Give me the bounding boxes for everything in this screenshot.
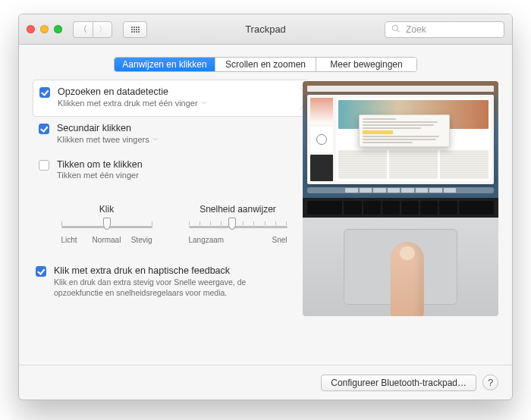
slider-click: Klik Licht Normaal Stevig bbox=[51, 204, 162, 244]
slider-caption: Snelheid aanwijzer bbox=[200, 204, 276, 215]
option-tap-to-click[interactable]: Tikken om te klikken Tikken met één ving… bbox=[33, 153, 294, 189]
configure-bluetooth-button[interactable]: Configureer Bluetooth-trackpad… bbox=[321, 375, 476, 391]
slider-label: Langzaam bbox=[189, 236, 225, 244]
minimize-icon[interactable] bbox=[40, 25, 49, 33]
zoom-icon[interactable] bbox=[54, 25, 62, 33]
slider-knob[interactable] bbox=[103, 218, 111, 230]
tab-label: Meer bewegingen bbox=[330, 59, 402, 70]
option-title: Klik met extra druk en haptische feedbac… bbox=[54, 265, 266, 276]
option-subtitle[interactable]: Klikken met extra druk met één vinger ﹀ bbox=[58, 99, 207, 109]
option-subtitle: Klik en druk dan extra stevig voor Snell… bbox=[54, 277, 266, 298]
preview-keyboard bbox=[303, 198, 498, 218]
option-title: Secundair klikken bbox=[57, 123, 159, 135]
chevron-left-icon: 〈 bbox=[79, 24, 87, 35]
slider-label: Stevig bbox=[122, 236, 152, 244]
window-controls bbox=[27, 25, 62, 33]
slider-tracking-track[interactable] bbox=[189, 219, 287, 234]
search-input[interactable] bbox=[404, 24, 513, 36]
tab-more-gestures[interactable]: Meer bewegingen bbox=[316, 58, 416, 71]
checkbox-tap-to-click[interactable] bbox=[39, 160, 49, 171]
slider-tracking: Snelheid aanwijzer Langzaam Snel bbox=[182, 204, 294, 244]
back-button[interactable]: 〈 bbox=[73, 21, 93, 38]
preferences-window: 〈 〉 Trackpad Aanwijzen en klikken bbox=[18, 14, 513, 400]
gesture-preview bbox=[303, 81, 498, 316]
finger-icon bbox=[391, 242, 424, 316]
tab-label: Scrollen en zoomen bbox=[225, 59, 306, 70]
chevron-down-icon: ﹀ bbox=[201, 100, 207, 108]
checkbox-secondary-click[interactable] bbox=[39, 124, 49, 134]
slider-knob[interactable] bbox=[228, 218, 236, 230]
option-force-click[interactable]: Klik met extra druk en haptische feedbac… bbox=[36, 265, 294, 298]
close-icon[interactable] bbox=[27, 25, 35, 33]
option-subtitle[interactable]: Klikken met twee vingers ﹀ bbox=[57, 135, 159, 146]
svg-point-0 bbox=[392, 25, 397, 30]
search-icon bbox=[391, 24, 400, 35]
option-secondary-click[interactable]: Secundair klikken Klikken met twee vinge… bbox=[33, 117, 294, 152]
option-subtitle: Tikken met één vinger bbox=[57, 171, 143, 181]
option-lookup[interactable]: Opzoeken en datadetectie Klikken met ext… bbox=[33, 80, 307, 117]
slider-click-track[interactable] bbox=[61, 219, 152, 234]
preview-screen bbox=[303, 81, 498, 198]
footer: Configureer Bluetooth-trackpad… ? bbox=[19, 365, 512, 400]
option-title: Tikken om te klikken bbox=[57, 159, 143, 171]
slider-label: Snel bbox=[272, 236, 287, 244]
help-icon: ? bbox=[488, 377, 493, 388]
show-all-button[interactable] bbox=[123, 21, 147, 38]
chevron-down-icon: ﹀ bbox=[152, 136, 159, 144]
preview-trackpad-area bbox=[303, 218, 498, 316]
lookup-popover-icon bbox=[359, 114, 450, 147]
titlebar: 〈 〉 Trackpad bbox=[19, 14, 512, 45]
chevron-right-icon: 〉 bbox=[99, 24, 107, 35]
svg-line-1 bbox=[397, 30, 400, 32]
help-button[interactable]: ? bbox=[482, 375, 498, 390]
grid-icon bbox=[131, 27, 140, 33]
slider-label: Normaal bbox=[92, 236, 122, 244]
slider-caption: Klik bbox=[99, 204, 114, 215]
checkbox-force-click[interactable] bbox=[36, 266, 46, 277]
tab-scroll-zoom[interactable]: Scrollen en zoomen bbox=[215, 58, 316, 71]
forward-button[interactable]: 〉 bbox=[93, 21, 112, 38]
search-field[interactable] bbox=[385, 21, 504, 38]
tab-label: Aanwijzen en klikken bbox=[122, 59, 206, 70]
tab-point-click[interactable]: Aanwijzen en klikken bbox=[115, 58, 215, 71]
tab-bar: Aanwijzen en klikken Scrollen en zoomen … bbox=[114, 57, 417, 72]
option-title: Opzoeken en datadetectie bbox=[58, 86, 207, 99]
checkbox-lookup[interactable] bbox=[39, 87, 50, 98]
options-list: Opzoeken en datadetectie Klikken met ext… bbox=[33, 80, 294, 189]
button-label: Configureer Bluetooth-trackpad… bbox=[331, 378, 467, 388]
slider-label: Licht bbox=[61, 236, 92, 244]
